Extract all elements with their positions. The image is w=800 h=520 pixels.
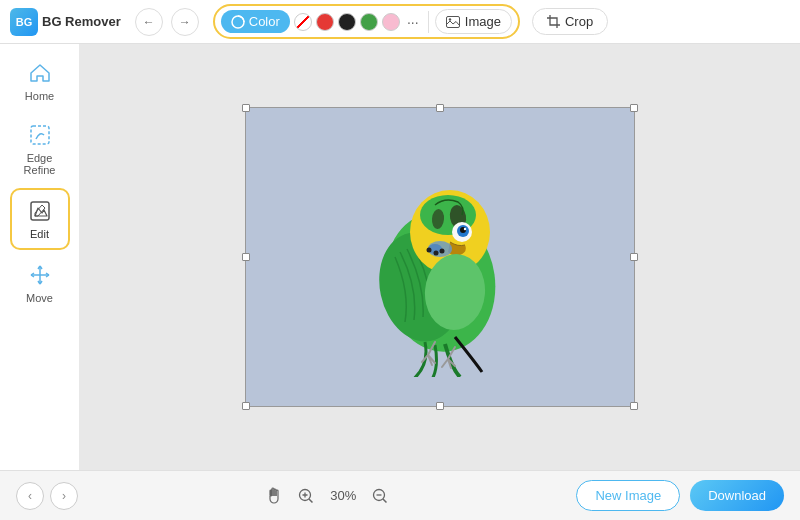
- sidebar: Home Edge Refine Edit: [0, 44, 80, 470]
- crop-button[interactable]: Crop: [532, 8, 608, 35]
- sidebar-edge-refine-label: Edge Refine: [14, 152, 66, 176]
- color-more-button[interactable]: ···: [404, 13, 422, 31]
- crop-icon: [547, 15, 560, 28]
- svg-rect-3: [31, 126, 49, 144]
- canvas-area: [80, 44, 800, 470]
- sidebar-item-move[interactable]: Move: [10, 254, 70, 312]
- next-button[interactable]: ›: [50, 482, 78, 510]
- zoom-out-button[interactable]: [368, 484, 392, 508]
- bird-illustration: [310, 137, 570, 377]
- sidebar-move-label: Move: [26, 292, 53, 304]
- canvas-wrapper: [245, 107, 635, 407]
- toolbar-pill: Color ··· Image: [213, 4, 520, 39]
- pan-tool-icon[interactable]: [262, 484, 286, 508]
- prev-button[interactable]: ‹: [16, 482, 44, 510]
- zoom-controls: 30%: [262, 484, 392, 508]
- sidebar-item-edge-refine[interactable]: Edge Refine: [10, 114, 70, 184]
- zoom-in-button[interactable]: [294, 484, 318, 508]
- image-icon: [446, 16, 460, 28]
- redo-button[interactable]: →: [171, 8, 199, 36]
- app-logo: BG BG Remover: [10, 8, 121, 36]
- app-logo-icon: BG: [10, 8, 38, 36]
- home-icon: [27, 60, 53, 86]
- svg-point-19: [427, 248, 432, 253]
- edit-icon: [27, 198, 53, 224]
- sidebar-edit-label: Edit: [30, 228, 49, 240]
- crop-tool-label: Crop: [565, 14, 593, 29]
- new-image-button[interactable]: New Image: [576, 480, 680, 511]
- edge-refine-icon: [27, 122, 53, 148]
- svg-point-18: [434, 251, 439, 256]
- color-tool-label: Color: [249, 14, 280, 29]
- svg-point-14: [464, 228, 466, 230]
- color-icon: [231, 15, 245, 29]
- bird-canvas: [245, 107, 635, 407]
- color-tool-button[interactable]: Color: [221, 10, 290, 33]
- toolbar-divider: [428, 11, 429, 33]
- bottom-actions: New Image Download: [576, 480, 784, 511]
- color-swatch-pink[interactable]: [382, 13, 400, 31]
- sidebar-item-home[interactable]: Home: [10, 52, 70, 110]
- svg-point-17: [440, 249, 445, 254]
- move-icon: [27, 262, 53, 288]
- undo-button[interactable]: ←: [135, 8, 163, 36]
- image-tool-label: Image: [465, 14, 501, 29]
- topbar: BG BG Remover ← → Color ··· I: [0, 0, 800, 44]
- sidebar-home-label: Home: [25, 90, 54, 102]
- color-swatch-red[interactable]: [316, 13, 334, 31]
- color-swatch-green[interactable]: [360, 13, 378, 31]
- zoom-level: 30%: [326, 488, 360, 503]
- image-tool-button[interactable]: Image: [435, 9, 512, 34]
- color-swatch-black[interactable]: [338, 13, 356, 31]
- bottom-nav: ‹ ›: [16, 482, 78, 510]
- app-title: BG Remover: [42, 14, 121, 29]
- bottombar: ‹ › 30%: [0, 470, 800, 520]
- main-layout: Home Edge Refine Edit: [0, 44, 800, 470]
- download-button[interactable]: Download: [690, 480, 784, 511]
- color-swatch-transparent[interactable]: [294, 13, 312, 31]
- sidebar-item-edit[interactable]: Edit: [10, 188, 70, 250]
